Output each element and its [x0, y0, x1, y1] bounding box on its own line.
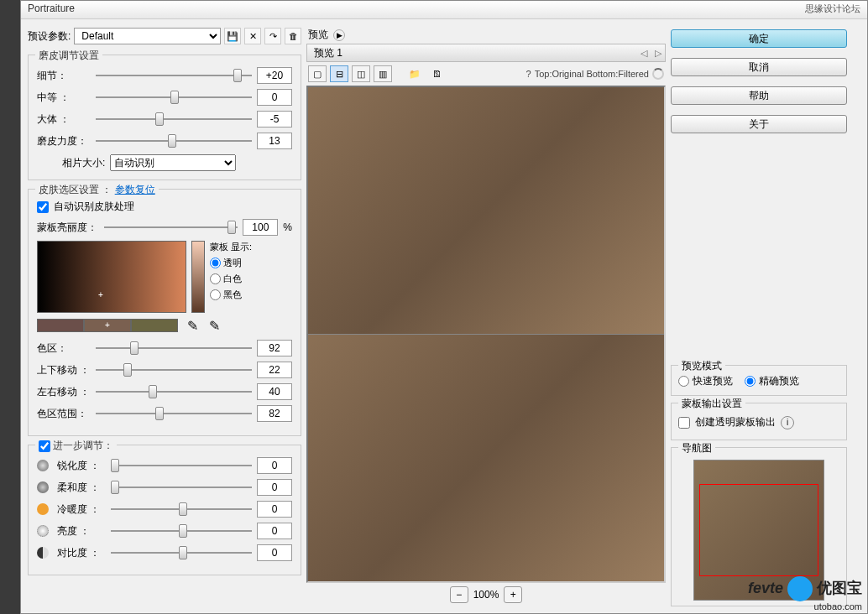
- skin-title: 皮肤选区设置 ： 参数复位: [35, 183, 159, 197]
- auto-skin-checkbox[interactable]: [37, 201, 49, 213]
- range-slider[interactable]: [96, 407, 252, 420]
- mask-white-radio[interactable]: [210, 273, 221, 284]
- contrast-slider[interactable]: [111, 546, 252, 559]
- save-preset-icon[interactable]: 💾: [224, 28, 241, 44]
- navigator-viewport-rect[interactable]: [699, 484, 818, 576]
- mask-black-radio[interactable]: [210, 289, 221, 300]
- mask-bright-slider[interactable]: [104, 221, 238, 234]
- skin-reset-link[interactable]: 参数复位: [115, 184, 155, 195]
- medium-value[interactable]: 0: [257, 89, 292, 106]
- portraiture-dialog: Portraiture 思缘设计论坛 预设参数: Default 💾 ✕ ↷ 🗑…: [20, 0, 868, 614]
- view-split-h-icon[interactable]: ⊟: [330, 65, 348, 82]
- delete-preset-icon[interactable]: 🗑: [285, 28, 301, 44]
- bright-slider[interactable]: [111, 524, 252, 538]
- strength-slider[interactable]: [96, 134, 252, 148]
- detail-slider[interactable]: [96, 69, 252, 82]
- warm-icon: [37, 503, 49, 515]
- range-value[interactable]: 82: [257, 405, 292, 422]
- undo-icon[interactable]: ✕: [244, 28, 261, 44]
- swatch-3[interactable]: [131, 319, 178, 332]
- hue-slider[interactable]: [96, 341, 252, 355]
- create-mask-checkbox[interactable]: [678, 417, 690, 429]
- mask-bright-value[interactable]: 100: [243, 219, 278, 236]
- create-mask-label: 创建透明蒙板输出: [695, 415, 776, 429]
- warm-value[interactable]: 0: [257, 501, 292, 518]
- zoom-out-button[interactable]: −: [450, 586, 468, 603]
- photosize-label: 相片大小:: [62, 156, 105, 170]
- soft-slider[interactable]: [111, 481, 252, 494]
- sharp-slider[interactable]: [111, 459, 252, 472]
- right-panel: 确定 取消 帮助 关于 预览模式 快速预览 精确预览 蒙板输出设置 创建透明蒙板…: [671, 26, 847, 606]
- preview-area[interactable]: [306, 86, 666, 583]
- info-question-icon[interactable]: ?: [526, 69, 531, 79]
- color-picker[interactable]: +: [37, 241, 186, 313]
- redo-icon[interactable]: ↷: [264, 28, 281, 44]
- leftright-value[interactable]: 40: [257, 383, 292, 400]
- saturation-bar[interactable]: [191, 241, 205, 313]
- preset-dropdown[interactable]: Default: [74, 28, 221, 44]
- eyedropper-icon[interactable]: ✎: [185, 318, 200, 333]
- fast-preview-radio[interactable]: [678, 376, 689, 387]
- bright-value[interactable]: 0: [257, 523, 292, 539]
- navigator-title: 导航图: [678, 441, 715, 455]
- percent-unit: %: [283, 221, 292, 233]
- watermark: fevte 优图宝 utobao.com: [748, 576, 862, 611]
- window-title: Portraiture: [28, 3, 75, 17]
- about-button[interactable]: 关于: [671, 115, 847, 133]
- large-value[interactable]: -5: [257, 111, 292, 127]
- swatch-1[interactable]: [37, 319, 84, 332]
- warm-slider[interactable]: [111, 502, 252, 516]
- mask-trans-radio[interactable]: [210, 258, 221, 268]
- sharp-value[interactable]: 0: [257, 457, 292, 474]
- tab-nav[interactable]: ◁ ▷: [641, 48, 661, 59]
- preview-mode-title: 预览模式: [678, 359, 725, 373]
- updown-slider[interactable]: [96, 363, 252, 377]
- cancel-button[interactable]: 取消: [671, 58, 847, 76]
- preview-filtered: [308, 335, 664, 581]
- help-button[interactable]: 帮助: [671, 86, 847, 105]
- preview-mode-group: 预览模式 快速预览 精确预览: [671, 365, 847, 396]
- center-panel: 预览 ▶ 预览 1 ◁ ▷ ▢ ⊟ ◫ ▥ 📁 🖻 ? Top:Original…: [306, 26, 666, 606]
- view-dual-icon[interactable]: ▥: [374, 65, 392, 82]
- folder-icon[interactable]: 📁: [405, 65, 424, 82]
- preview-tab-1[interactable]: 预览 1: [314, 46, 342, 60]
- hue-value[interactable]: 92: [257, 340, 292, 356]
- sharp-label: 锐化度 ：: [57, 459, 106, 473]
- left-panel: 预设参数: Default 💾 ✕ ↷ 🗑 磨皮调节设置 细节： +20 中等: [28, 26, 301, 606]
- ok-button[interactable]: 确定: [671, 29, 847, 48]
- strength-value[interactable]: 13: [257, 133, 292, 149]
- range-label: 色区范围：: [37, 407, 91, 421]
- sharp-icon: [37, 460, 49, 471]
- hue-label: 色区：: [37, 341, 91, 356]
- color-cursor-icon: +: [98, 290, 105, 297]
- view-split-v-icon[interactable]: ◫: [352, 65, 370, 82]
- info-icon[interactable]: i: [781, 416, 794, 429]
- mask-bright-label: 蒙板亮丽度：: [37, 221, 99, 235]
- updown-label: 上下移动 ：: [37, 363, 91, 377]
- medium-label: 中等 ：: [37, 91, 91, 105]
- titlebar[interactable]: Portraiture 思缘设计论坛: [21, 1, 867, 19]
- zoom-in-button[interactable]: +: [504, 586, 522, 603]
- further-checkbox[interactable]: [39, 440, 50, 452]
- large-slider[interactable]: [96, 112, 252, 126]
- strength-label: 磨皮力度：: [37, 134, 91, 148]
- medium-slider[interactable]: [96, 91, 252, 104]
- further-title: 进一步调节：: [35, 439, 117, 453]
- accurate-preview-radio[interactable]: [745, 376, 756, 387]
- contrast-label: 对比度 ：: [57, 546, 106, 560]
- save-view-icon[interactable]: 🖻: [427, 65, 446, 82]
- eyedropper-plus-icon[interactable]: ✎: [207, 318, 222, 333]
- contrast-value[interactable]: 0: [257, 544, 292, 561]
- preset-label: 预设参数:: [28, 29, 71, 44]
- preview-label: 预览: [308, 28, 328, 42]
- view-single-icon[interactable]: ▢: [308, 65, 327, 82]
- swatch-2[interactable]: +: [84, 319, 131, 332]
- updown-value[interactable]: 22: [257, 362, 292, 378]
- photosize-dropdown[interactable]: 自动识别: [110, 154, 236, 171]
- leftright-slider[interactable]: [96, 385, 252, 398]
- zoom-level: 100%: [473, 589, 499, 601]
- play-icon[interactable]: ▶: [333, 29, 345, 41]
- soft-value[interactable]: 0: [257, 479, 292, 496]
- soft-icon: [37, 481, 49, 493]
- detail-value[interactable]: +20: [257, 67, 292, 84]
